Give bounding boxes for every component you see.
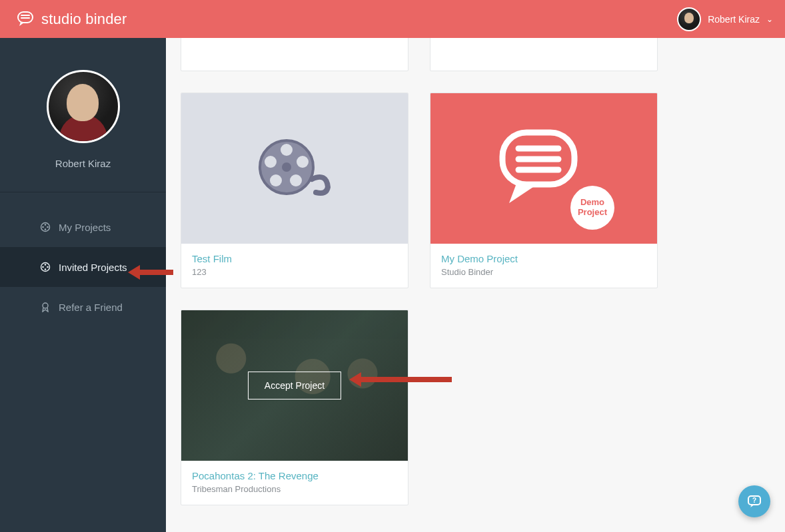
card-title: Pocahontas 2: The Revenge xyxy=(192,470,397,481)
avatar xyxy=(677,7,701,31)
main-content: TEST PROJECT My Demo Project Studio Bind… xyxy=(166,38,785,532)
svg-point-21 xyxy=(282,162,291,172)
project-card[interactable]: My Demo Project Studio Binder xyxy=(430,38,658,71)
svg-point-18 xyxy=(290,174,302,186)
project-card[interactable]: TEST PROJECT xyxy=(181,38,408,71)
svg-point-7 xyxy=(42,226,44,228)
svg-point-20 xyxy=(265,156,277,168)
card-subtitle: Studio Binder xyxy=(441,267,646,277)
demo-badge: Demo Project xyxy=(570,186,614,230)
sidebar-item-refer-friend[interactable]: Refer a Friend xyxy=(0,287,166,327)
film-reel-icon xyxy=(255,135,335,202)
svg-point-5 xyxy=(47,226,49,228)
project-card-test-film[interactable]: Test Film 123 xyxy=(181,93,408,288)
sidebar-nav: My Projects Invited Projects Refer a Fri… xyxy=(0,207,166,327)
svg-text:?: ? xyxy=(752,497,756,504)
card-subtitle: Tribesman Productions xyxy=(192,484,397,494)
svg-point-6 xyxy=(45,228,47,230)
svg-point-9 xyxy=(45,264,47,266)
film-reel-icon xyxy=(40,262,51,272)
sidebar-item-label: Invited Projects xyxy=(59,262,127,273)
project-thumbnail: Demo Project xyxy=(430,93,657,244)
chevron-down-icon: ⌄ xyxy=(766,15,773,24)
svg-point-10 xyxy=(47,266,49,268)
avatar xyxy=(47,70,120,143)
user-name: Robert Kiraz xyxy=(708,14,760,25)
project-thumbnail xyxy=(181,93,408,244)
accept-overlay: Accept Project xyxy=(181,310,408,461)
svg-point-19 xyxy=(270,174,282,186)
brand-text: studio binder xyxy=(41,11,127,28)
user-menu[interactable]: Robert Kiraz ⌄ xyxy=(677,7,773,31)
svg-point-13 xyxy=(43,303,48,308)
help-button[interactable]: ? xyxy=(738,485,770,517)
project-thumbnail: Accept Project xyxy=(181,310,408,461)
svg-point-17 xyxy=(297,156,309,168)
card-footer: Test Film 123 xyxy=(181,244,408,288)
film-reel-icon xyxy=(40,222,51,232)
card-subtitle: 123 xyxy=(192,267,397,277)
sidebar-item-label: My Projects xyxy=(59,222,111,233)
ribbon-icon xyxy=(40,302,51,312)
sidebar-item-invited-projects[interactable]: Invited Projects xyxy=(0,247,166,287)
project-card-demo[interactable]: Demo Project My Demo Project Studio Bind… xyxy=(430,93,658,288)
svg-point-16 xyxy=(281,144,293,156)
card-title: My Demo Project xyxy=(441,253,646,264)
chat-bubble-icon: Demo Project xyxy=(497,127,590,210)
card-title: Test Film xyxy=(192,253,397,264)
profile-name: Robert Kiraz xyxy=(55,158,111,169)
svg-point-12 xyxy=(42,266,44,268)
help-icon: ? xyxy=(747,494,762,509)
accept-project-button[interactable]: Accept Project xyxy=(248,372,341,399)
svg-point-11 xyxy=(45,268,47,270)
sidebar-profile: Robert Kiraz xyxy=(0,38,166,192)
card-footer: Pocahontas 2: The Revenge Tribesman Prod… xyxy=(181,461,408,505)
card-footer: My Demo Project Studio Binder xyxy=(430,38,657,41)
project-card-pocahontas[interactable]: Accept Project Pocahontas 2: The Revenge… xyxy=(181,310,408,505)
app-header: studio binder Robert Kiraz ⌄ xyxy=(0,0,785,38)
sidebar-item-label: Refer a Friend xyxy=(59,302,123,313)
brand-logo[interactable]: studio binder xyxy=(17,11,127,28)
svg-point-4 xyxy=(45,224,47,226)
sidebar: Robert Kiraz My Projects Invited Project… xyxy=(0,38,166,532)
chat-bubble-icon xyxy=(17,11,36,27)
card-footer: My Demo Project Studio Binder xyxy=(430,244,657,288)
sidebar-item-my-projects[interactable]: My Projects xyxy=(0,207,166,247)
divider xyxy=(0,192,166,192)
